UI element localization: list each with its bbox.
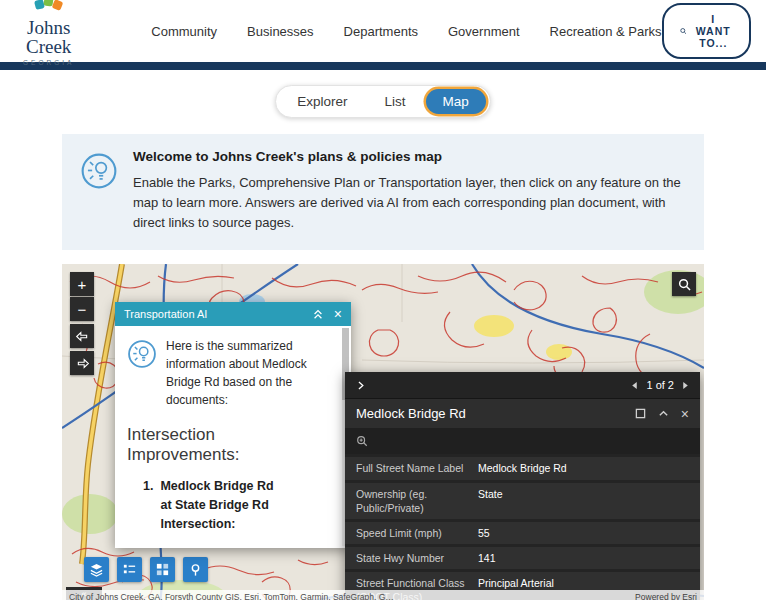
- ai-summary-intro: Here is the summarized information about…: [166, 337, 329, 409]
- pin-icon: [188, 562, 203, 577]
- nav-recreation-parks[interactable]: Recreation & Parks: [550, 24, 662, 39]
- map-attribution: City of Johns Creek, GA, Forsyth County …: [62, 590, 704, 600]
- previous-feature-button[interactable]: [630, 381, 639, 390]
- zoom-to-icon: [356, 435, 368, 447]
- table-row: State Hwy Number 141: [345, 547, 700, 569]
- previous-extent-button[interactable]: [70, 324, 94, 348]
- tab-map[interactable]: Map: [426, 89, 486, 114]
- double-chevron-up-icon: [312, 308, 324, 320]
- table-row: Speed Limit (mph) 55: [345, 522, 700, 544]
- transportation-ai-panel: Transportation AI ×: [115, 302, 351, 548]
- basemap-tool-button[interactable]: [150, 557, 175, 582]
- arrow-left-icon: [75, 329, 90, 344]
- triangle-left-icon: [630, 381, 639, 390]
- close-panel-button[interactable]: ×: [334, 307, 342, 321]
- basemap-grid-icon: [155, 562, 170, 577]
- welcome-body: Enable the Parks, Comprehensive Plan or …: [133, 173, 684, 233]
- legend-icon: [122, 562, 137, 577]
- map-tool-bar: [84, 557, 208, 582]
- welcome-banner: Welcome to Johns Creek's plans & policie…: [62, 134, 704, 250]
- table-row: Ownership (eg. Public/Private) State: [345, 483, 700, 519]
- popup-expand-button[interactable]: [355, 380, 366, 391]
- ai-list-item: 1. Medlock Bridge Rd at State Bridge Rd …: [143, 477, 329, 533]
- legend-tool-button[interactable]: [117, 557, 142, 582]
- triangle-right-icon: [681, 381, 690, 390]
- search-icon: [680, 25, 686, 37]
- table-row: Full Street Name Label Medlock Bridge Rd: [345, 457, 700, 479]
- search-icon: [678, 278, 691, 291]
- logo-mark-icon: [34, 0, 64, 12]
- next-extent-button[interactable]: [70, 351, 94, 375]
- popup-action-bar: [345, 428, 700, 454]
- welcome-title: Welcome to Johns Creek's plans & policie…: [133, 149, 684, 164]
- transportation-ai-title: Transportation AI: [124, 308, 207, 320]
- ai-bulb-icon: [80, 149, 118, 233]
- zoom-to-action-button[interactable]: [356, 435, 368, 447]
- ai-sub-item: ○ Development of concept design for inno…: [171, 545, 329, 549]
- layers-tool-button[interactable]: [84, 557, 109, 582]
- next-feature-button[interactable]: [681, 381, 690, 390]
- attribute-table: Full Street Name Label Medlock Bridge Rd…: [345, 454, 700, 600]
- transportation-ai-body: Here is the summarized information about…: [115, 326, 351, 548]
- pagination-count: 1 of 2: [646, 379, 674, 391]
- ai-section-heading: Intersection Improvements:: [127, 425, 329, 465]
- site-title: Johns Creek: [18, 18, 79, 56]
- close-icon: ×: [681, 407, 689, 421]
- close-icon: ×: [334, 307, 342, 321]
- powered-by-esri: Powered by Esri: [635, 592, 697, 600]
- map-container: + −: [62, 264, 704, 600]
- popup-title: Medlock Bridge Rd: [356, 406, 623, 421]
- close-popup-button[interactable]: ×: [681, 407, 689, 421]
- header-divider-bar: [0, 62, 766, 70]
- site-header: Johns Creek GEORGIA Community Businesses…: [0, 0, 766, 62]
- nav-departments[interactable]: Departments: [344, 24, 418, 39]
- nav-businesses[interactable]: Businesses: [247, 24, 313, 39]
- transportation-ai-header[interactable]: Transportation AI ×: [115, 302, 351, 326]
- bookmark-tool-button[interactable]: [183, 557, 208, 582]
- collapse-panel-button[interactable]: [312, 308, 324, 320]
- layers-icon: [89, 562, 104, 577]
- view-switcher: Explorer List Map: [275, 85, 491, 118]
- site-logo[interactable]: Johns Creek GEORGIA: [18, 0, 79, 66]
- site-subtitle: GEORGIA: [18, 59, 79, 66]
- arrow-right-icon: [75, 356, 90, 371]
- tab-explorer[interactable]: Explorer: [280, 89, 364, 114]
- nav-community[interactable]: Community: [151, 24, 217, 39]
- ai-bulb-icon: [127, 337, 157, 409]
- i-want-to-button[interactable]: I WANT TO...: [662, 3, 752, 59]
- zoom-control: + −: [70, 272, 94, 321]
- dock-icon: [635, 408, 646, 419]
- hollow-bullet-icon: ○: [171, 545, 176, 549]
- main-nav: Community Businesses Departments Governm…: [151, 24, 661, 39]
- zoom-in-button[interactable]: +: [70, 272, 94, 296]
- popup-pagination-bar: 1 of 2: [345, 372, 700, 398]
- zoom-out-button[interactable]: −: [70, 297, 94, 321]
- chevron-right-icon: [355, 380, 366, 391]
- popup-title-bar: Medlock Bridge Rd ×: [345, 398, 700, 428]
- dock-popup-button[interactable]: [635, 408, 646, 419]
- chevron-up-icon: [658, 408, 669, 419]
- tab-list[interactable]: List: [368, 89, 423, 114]
- attribution-text: City of Johns Creek, GA, Forsyth County …: [69, 592, 394, 600]
- map-search-button[interactable]: [672, 272, 696, 296]
- nav-government[interactable]: Government: [448, 24, 520, 39]
- collapse-popup-button[interactable]: [658, 408, 669, 419]
- feature-popup: 1 of 2 Medlock Bridge Rd ×: [345, 372, 700, 600]
